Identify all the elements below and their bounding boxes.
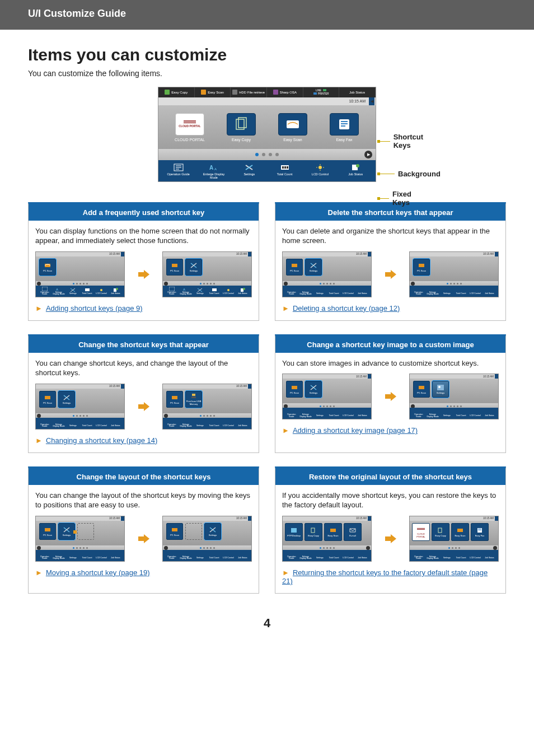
tile-pc-scan: PC Scan — [166, 259, 183, 276]
callout-background: Background — [379, 170, 441, 178]
svg-rect-18 — [287, 166, 288, 169]
card-desc: You can change the layout of the shortcu… — [35, 491, 252, 510]
svg-rect-62 — [45, 528, 50, 531]
card-desc: You can change shortcut keys, and change… — [35, 358, 252, 378]
svg-rect-75 — [478, 530, 481, 530]
svg-rect-55 — [191, 396, 196, 398]
triangle-icon: ► — [282, 304, 289, 312]
main-screenshot: Easy Copy Easy Scan HDD File retrieve Sh… — [158, 87, 376, 182]
card-title: Delete the shortcut keys that appear — [275, 204, 505, 221]
card-desc: You can store images in advance to custo… — [282, 358, 499, 368]
mini-before: 10:15 AM PC Scan Operation Guide AEnlarg… — [35, 251, 125, 297]
card-title: Restore the original layout of the short… — [275, 469, 505, 485]
play-icon: ▶ — [364, 151, 372, 158]
card-link[interactable]: Returning the shortcut keys to the facto… — [282, 568, 488, 585]
card-change-shortcut: Change the shortcut keys that appear You… — [28, 334, 259, 453]
svg-rect-50 — [45, 396, 50, 399]
arrow-icon — [385, 533, 396, 544]
card-link[interactable]: Deleting a shortcut key (page 12) — [293, 304, 400, 312]
main-screenshot-wrap: Easy Copy Easy Scan HDD File retrieve Sh… — [28, 87, 506, 182]
card-link[interactable]: Moving a shortcut key (page 19) — [46, 568, 150, 577]
triangle-icon: ► — [35, 304, 43, 312]
triangle-icon: ► — [282, 426, 289, 435]
screenshot-strip: 10:15 AM ◀ — [158, 97, 376, 105]
fixed-lcd: LCD Control — [306, 164, 334, 179]
card-change-layout: Change the layout of the shortcut keys Y… — [28, 466, 259, 594]
svg-rect-17 — [284, 166, 286, 169]
card-link[interactable]: Changing a shortcut key (page 14) — [46, 436, 157, 445]
callout-fixed: Fixed Keys — [379, 190, 417, 207]
tab-job-status: Job Status — [339, 87, 376, 97]
shortcut-easy-copy: Easy Copy — [219, 113, 264, 142]
tab-hdd: HDD File retrieve — [231, 87, 267, 97]
fixed-settings: Settings — [235, 164, 263, 179]
page-number: 4 — [28, 616, 506, 631]
arrow-icon — [385, 391, 396, 402]
screenshot-tabs: Easy Copy Easy Scan HDD File retrieve Sh… — [158, 87, 376, 97]
svg-text:A: A — [56, 288, 58, 291]
svg-rect-71 — [438, 528, 442, 533]
hdd-icon — [232, 90, 237, 95]
copy-icon — [165, 90, 170, 95]
svg-point-61 — [438, 386, 441, 388]
card-link[interactable]: Adding shortcut keys (page 9) — [46, 304, 143, 312]
fixed-job-status: Job Status — [341, 164, 369, 179]
page-dot — [262, 153, 265, 156]
screenshot-clock: 10:15 AM — [349, 99, 366, 103]
card-shots: 10:15 AM PC Scan Operation Guide AEnlarg… — [35, 251, 252, 297]
count-icon — [280, 164, 290, 171]
svg-point-25 — [356, 164, 359, 167]
fixed-operation-guide: Operation Guide — [165, 164, 193, 179]
fixed-total-count: Total Count — [271, 164, 299, 179]
tab-easy-scan: Easy Scan — [195, 87, 231, 97]
card-add-shortcut: Add a frequently used shortcut key You c… — [28, 202, 259, 321]
lcd-icon — [315, 164, 325, 171]
svg-rect-16 — [282, 166, 284, 169]
svg-rect-59 — [419, 386, 424, 389]
svg-rect-2 — [287, 120, 299, 128]
card-delete-shortcut: Delete the shortcut keys that appear You… — [275, 202, 506, 321]
settings-icon — [244, 164, 254, 171]
easy-scan-icon — [278, 113, 307, 136]
drag-indicator-icon — [73, 530, 77, 534]
shortcut-easy-fax: Easy Fax — [322, 113, 367, 142]
screenshot-pagination: ▶ — [158, 149, 376, 160]
guide-header: U/I Customize Guide — [0, 0, 534, 30]
cloud-portal-icon: CLOUD PORTAL — [175, 113, 204, 136]
svg-rect-60 — [437, 385, 444, 390]
tab-easy-copy: Easy Copy — [158, 87, 195, 97]
svg-rect-54 — [192, 394, 195, 396]
card-link[interactable]: Adding a shortcut key image (page 17) — [293, 426, 418, 435]
card-title: Change the layout of the shortcut keys — [29, 469, 259, 485]
mini-before: 10:15 AM PC Scan Settings Operation Guid… — [282, 251, 372, 297]
card-title: Add a frequently used shortcut key — [29, 204, 259, 221]
svg-text:A: A — [183, 288, 185, 291]
svg-rect-31 — [85, 288, 90, 291]
svg-point-19 — [318, 166, 322, 169]
osa-icon — [273, 90, 278, 95]
svg-rect-27 — [42, 287, 48, 291]
mini-after: 10:15 AM PC Scan Operation GuideEnlarge … — [409, 251, 499, 297]
mini-after: 10:15 AM PC Scan Print from USB Memory O… — [162, 384, 252, 430]
mini-after: 10:15 AM PC Scan Settings Operation Guid… — [162, 516, 252, 562]
arrow-icon — [385, 269, 396, 280]
svg-rect-68 — [291, 528, 297, 533]
mini-before: 10:15 AM PC Scan Settings Operation Guid… — [282, 374, 372, 419]
strip-arrow-icon: ◀ — [369, 97, 374, 105]
scan-icon — [201, 90, 206, 95]
card-desc: If you accidentally move shortcut keys, … — [282, 491, 499, 510]
arrow-icon — [138, 533, 149, 544]
shortcut-easy-scan: Easy Scan — [270, 113, 315, 142]
page-content: Items you can customize You can customiz… — [0, 30, 534, 653]
line-icon — [323, 89, 326, 91]
tile-pc-scan: PC Scan — [39, 259, 56, 276]
fixed-enlarge: AAEnlarge Display Mode — [200, 164, 228, 179]
svg-point-43 — [227, 289, 229, 291]
svg-rect-65 — [172, 528, 177, 531]
tab-osa: Sharp OSA — [267, 87, 303, 97]
svg-text:A: A — [209, 165, 213, 171]
tab-status-ind: LINE PRINTER — [303, 87, 340, 97]
svg-text:A: A — [214, 167, 217, 171]
triangle-icon: ► — [35, 568, 43, 577]
tile-drop-target — [77, 523, 94, 540]
